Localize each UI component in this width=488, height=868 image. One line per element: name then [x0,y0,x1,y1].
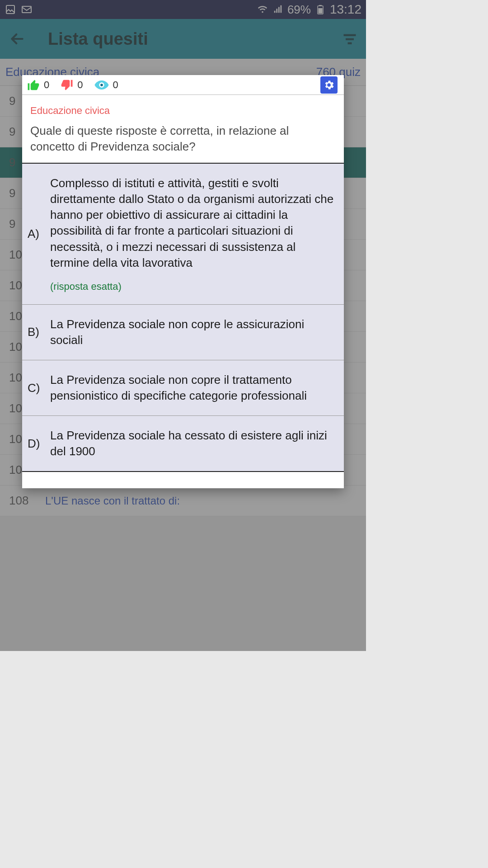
svg-point-8 [100,84,103,86]
views-indicator: 0 [94,77,118,93]
settings-button[interactable] [320,76,338,94]
answer-text: La Previdenza sociale non copre le assic… [50,316,336,348]
answer-text: La Previdenza sociale non copre il tratt… [50,372,336,404]
like-button[interactable]: 0 [27,78,49,92]
like-count: 0 [44,79,49,91]
modal-header: Educazione civica Quale di queste rispos… [22,95,344,164]
answer-letter: A) [28,175,44,292]
answer-body: La Previdenza sociale non copre il tratt… [50,372,336,404]
answer-option[interactable]: B)La Previdenza sociale non copre le ass… [22,305,344,360]
thumb-down-icon [60,78,74,92]
gear-icon [323,79,335,91]
answer-option[interactable]: C)La Previdenza sociale non copre il tra… [22,360,344,416]
answer-text: La Previdenza sociale ha cessato di esis… [50,428,336,459]
answer-body: Complesso di istituti e attività, gestit… [50,175,336,292]
eye-icon [94,77,109,93]
question-text: Quale di queste risposte è corretta, in … [30,123,336,155]
correct-answer-label: (risposta esatta) [50,281,336,292]
thumb-up-icon [27,78,40,92]
answer-body: La Previdenza sociale non copre le assic… [50,316,336,348]
answer-letter: C) [28,372,44,404]
answers-list: A)Complesso di istituti e attività, gest… [22,164,344,472]
view-count: 0 [113,79,118,91]
answer-letter: D) [28,428,44,459]
answer-text: Complesso di istituti e attività, gestit… [50,175,336,271]
question-category: Educazione civica [30,105,336,117]
modal-footer [22,472,344,488]
dislike-button[interactable]: 0 [60,78,83,92]
modal-top-bar: 0 0 0 [22,75,344,95]
answer-letter: B) [28,316,44,348]
answer-option[interactable]: A)Complesso di istituti e attività, gest… [22,164,344,305]
answer-body: La Previdenza sociale ha cessato di esis… [50,428,336,459]
question-modal: 0 0 0 Educazione civica Quale di queste … [22,75,344,488]
answer-option[interactable]: D)La Previdenza sociale ha cessato di es… [22,416,344,472]
dislike-count: 0 [77,79,83,91]
